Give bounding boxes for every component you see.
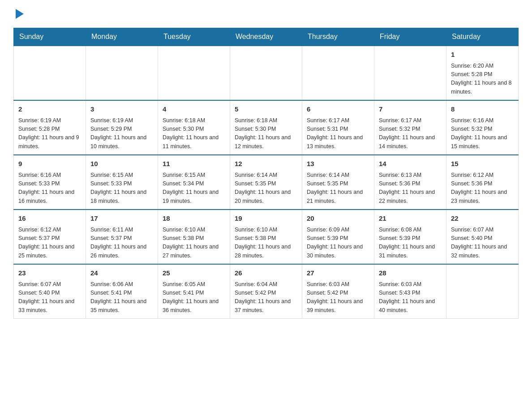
calendar-cell: 1Sunrise: 6:20 AMSunset: 5:28 PMDaylight…	[446, 46, 519, 100]
day-info: Sunrise: 6:08 AMSunset: 5:39 PMDaylight:…	[379, 226, 442, 261]
day-info: Sunrise: 6:15 AMSunset: 5:34 PMDaylight:…	[163, 171, 225, 206]
day-info: Sunrise: 6:09 AMSunset: 5:39 PMDaylight:…	[307, 226, 369, 261]
header-wednesday: Wednesday	[230, 28, 302, 46]
day-info: Sunrise: 6:19 AMSunset: 5:28 PMDaylight:…	[18, 116, 81, 151]
calendar-cell: 15Sunrise: 6:12 AMSunset: 5:36 PMDayligh…	[446, 155, 519, 210]
day-info: Sunrise: 6:15 AMSunset: 5:33 PMDaylight:…	[90, 171, 153, 206]
calendar-cell: 16Sunrise: 6:12 AMSunset: 5:37 PMDayligh…	[14, 210, 86, 264]
day-number: 15	[451, 159, 514, 169]
day-info: Sunrise: 6:06 AMSunset: 5:41 PMDaylight:…	[90, 280, 153, 315]
logo	[13, 9, 24, 19]
logo-chevron-icon	[14, 9, 24, 19]
header-friday: Friday	[374, 28, 446, 46]
calendar-cell: 8Sunrise: 6:16 AMSunset: 5:32 PMDaylight…	[446, 100, 519, 155]
day-number: 6	[307, 104, 369, 115]
day-number: 3	[90, 104, 153, 115]
day-info: Sunrise: 6:10 AMSunset: 5:38 PMDaylight:…	[163, 226, 225, 261]
header-monday: Monday	[86, 28, 158, 46]
calendar-cell: 17Sunrise: 6:11 AMSunset: 5:37 PMDayligh…	[86, 210, 158, 264]
calendar-cell	[446, 264, 519, 319]
calendar-cell: 23Sunrise: 6:07 AMSunset: 5:40 PMDayligh…	[14, 264, 86, 319]
calendar-cell: 21Sunrise: 6:08 AMSunset: 5:39 PMDayligh…	[374, 210, 446, 264]
day-number: 19	[235, 214, 297, 224]
calendar-cell: 2Sunrise: 6:19 AMSunset: 5:28 PMDaylight…	[14, 100, 86, 155]
calendar-cell: 26Sunrise: 6:04 AMSunset: 5:42 PMDayligh…	[230, 264, 302, 319]
calendar-week-row: 16Sunrise: 6:12 AMSunset: 5:37 PMDayligh…	[14, 210, 519, 264]
header-thursday: Thursday	[302, 28, 374, 46]
day-number: 16	[18, 214, 81, 224]
calendar-cell: 27Sunrise: 6:03 AMSunset: 5:42 PMDayligh…	[302, 264, 374, 319]
day-number: 24	[90, 268, 153, 278]
day-number: 7	[379, 104, 442, 115]
day-number: 13	[307, 159, 369, 169]
day-info: Sunrise: 6:20 AMSunset: 5:28 PMDaylight:…	[451, 62, 514, 97]
calendar-cell: 13Sunrise: 6:14 AMSunset: 5:35 PMDayligh…	[302, 155, 374, 210]
calendar-cell: 22Sunrise: 6:07 AMSunset: 5:40 PMDayligh…	[446, 210, 519, 264]
day-number: 4	[163, 104, 225, 115]
calendar-cell: 14Sunrise: 6:13 AMSunset: 5:36 PMDayligh…	[374, 155, 446, 210]
day-number: 12	[235, 159, 297, 169]
day-number: 22	[451, 214, 514, 224]
calendar-cell: 10Sunrise: 6:15 AMSunset: 5:33 PMDayligh…	[86, 155, 158, 210]
calendar-cell: 24Sunrise: 6:06 AMSunset: 5:41 PMDayligh…	[86, 264, 158, 319]
day-info: Sunrise: 6:05 AMSunset: 5:41 PMDaylight:…	[163, 280, 225, 315]
calendar-cell: 9Sunrise: 6:16 AMSunset: 5:33 PMDaylight…	[14, 155, 86, 210]
day-number: 8	[451, 104, 514, 115]
calendar-cell: 25Sunrise: 6:05 AMSunset: 5:41 PMDayligh…	[158, 264, 230, 319]
calendar-week-row: 1Sunrise: 6:20 AMSunset: 5:28 PMDaylight…	[14, 46, 519, 100]
day-info: Sunrise: 6:18 AMSunset: 5:30 PMDaylight:…	[163, 116, 225, 151]
day-info: Sunrise: 6:10 AMSunset: 5:38 PMDaylight:…	[235, 226, 297, 261]
day-number: 27	[307, 268, 369, 278]
day-number: 23	[18, 268, 81, 278]
day-info: Sunrise: 6:19 AMSunset: 5:29 PMDaylight:…	[90, 116, 153, 151]
day-info: Sunrise: 6:11 AMSunset: 5:37 PMDaylight:…	[90, 226, 153, 261]
day-number: 26	[235, 268, 297, 278]
calendar-cell: 3Sunrise: 6:19 AMSunset: 5:29 PMDaylight…	[86, 100, 158, 155]
calendar-cell	[14, 46, 86, 100]
day-number: 14	[379, 159, 442, 169]
day-number: 11	[163, 159, 225, 169]
day-number: 5	[235, 104, 297, 115]
day-info: Sunrise: 6:03 AMSunset: 5:43 PMDaylight:…	[379, 280, 442, 315]
day-number: 17	[90, 214, 153, 224]
calendar-table: Sunday Monday Tuesday Wednesday Thursday…	[13, 28, 519, 319]
day-info: Sunrise: 6:14 AMSunset: 5:35 PMDaylight:…	[307, 171, 369, 206]
day-info: Sunrise: 6:07 AMSunset: 5:40 PMDaylight:…	[451, 226, 514, 261]
day-info: Sunrise: 6:03 AMSunset: 5:42 PMDaylight:…	[307, 280, 369, 315]
calendar-body: 1Sunrise: 6:20 AMSunset: 5:28 PMDaylight…	[14, 46, 519, 319]
calendar-cell	[86, 46, 158, 100]
day-info: Sunrise: 6:12 AMSunset: 5:36 PMDaylight:…	[451, 171, 514, 206]
calendar-cell: 4Sunrise: 6:18 AMSunset: 5:30 PMDaylight…	[158, 100, 230, 155]
svg-marker-0	[16, 9, 24, 19]
calendar-cell: 6Sunrise: 6:17 AMSunset: 5:31 PMDaylight…	[302, 100, 374, 155]
day-number: 20	[307, 214, 369, 224]
weekday-header-row: Sunday Monday Tuesday Wednesday Thursday…	[14, 28, 519, 46]
day-info: Sunrise: 6:12 AMSunset: 5:37 PMDaylight:…	[18, 226, 81, 261]
day-info: Sunrise: 6:16 AMSunset: 5:33 PMDaylight:…	[18, 171, 81, 206]
calendar-cell: 20Sunrise: 6:09 AMSunset: 5:39 PMDayligh…	[302, 210, 374, 264]
day-info: Sunrise: 6:14 AMSunset: 5:35 PMDaylight:…	[235, 171, 297, 206]
calendar-cell: 5Sunrise: 6:18 AMSunset: 5:30 PMDaylight…	[230, 100, 302, 155]
calendar-cell: 12Sunrise: 6:14 AMSunset: 5:35 PMDayligh…	[230, 155, 302, 210]
calendar-cell: 19Sunrise: 6:10 AMSunset: 5:38 PMDayligh…	[230, 210, 302, 264]
day-info: Sunrise: 6:07 AMSunset: 5:40 PMDaylight:…	[18, 280, 81, 315]
header-tuesday: Tuesday	[158, 28, 230, 46]
calendar-week-row: 9Sunrise: 6:16 AMSunset: 5:33 PMDaylight…	[14, 155, 519, 210]
calendar-cell: 18Sunrise: 6:10 AMSunset: 5:38 PMDayligh…	[158, 210, 230, 264]
calendar-week-row: 2Sunrise: 6:19 AMSunset: 5:28 PMDaylight…	[14, 100, 519, 155]
day-info: Sunrise: 6:16 AMSunset: 5:32 PMDaylight:…	[451, 116, 514, 151]
day-info: Sunrise: 6:04 AMSunset: 5:42 PMDaylight:…	[235, 280, 297, 315]
calendar-week-row: 23Sunrise: 6:07 AMSunset: 5:40 PMDayligh…	[14, 264, 519, 319]
day-number: 1	[451, 50, 514, 60]
day-number: 25	[163, 268, 225, 278]
calendar-cell: 28Sunrise: 6:03 AMSunset: 5:43 PMDayligh…	[374, 264, 446, 319]
calendar-cell: 7Sunrise: 6:17 AMSunset: 5:32 PMDaylight…	[374, 100, 446, 155]
day-info: Sunrise: 6:17 AMSunset: 5:32 PMDaylight:…	[379, 116, 442, 151]
calendar-cell	[230, 46, 302, 100]
day-number: 2	[18, 104, 81, 115]
page-header	[13, 9, 519, 19]
calendar-cell	[374, 46, 446, 100]
day-number: 9	[18, 159, 81, 169]
day-number: 21	[379, 214, 442, 224]
calendar-cell	[158, 46, 230, 100]
